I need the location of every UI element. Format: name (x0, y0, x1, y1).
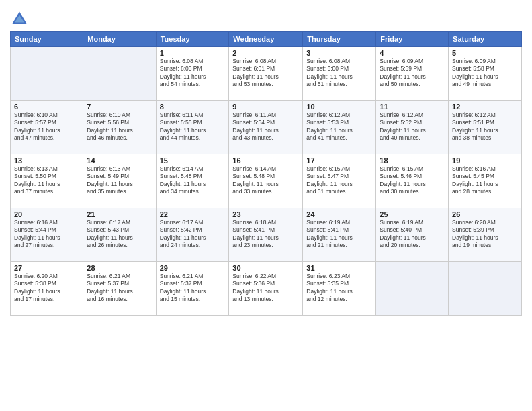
day-cell: 20Sunrise: 6:16 AMSunset: 5:44 PMDayligh… (11, 208, 83, 262)
day-cell: 28Sunrise: 6:21 AMSunset: 5:37 PMDayligh… (83, 262, 156, 316)
daylight-hours: Daylight: 11 hours (232, 234, 299, 242)
day-info: Sunrise: 6:16 AMSunset: 5:45 PMDaylight:… (452, 165, 518, 196)
sunrise-info: Sunrise: 6:11 AM (232, 111, 299, 119)
day-cell: 14Sunrise: 6:13 AMSunset: 5:49 PMDayligh… (83, 154, 156, 208)
day-info-cont: and 44 minutes. (160, 134, 226, 142)
sunset-info: Sunset: 5:41 PM (232, 226, 299, 234)
calendar: SundayMondayTuesdayWednesdayThursdayFrid… (10, 31, 522, 316)
day-info-cont: and 31 minutes. (306, 188, 372, 195)
daylight-hours: Daylight: 11 hours (452, 127, 518, 134)
daylight-hours: Daylight: 11 hours (232, 73, 299, 81)
day-cell: 27Sunrise: 6:20 AMSunset: 5:38 PMDayligh… (11, 262, 83, 316)
day-number: 30 (232, 264, 299, 272)
sunset-info: Sunset: 5:42 PM (160, 226, 226, 234)
day-info: Sunrise: 6:11 AMSunset: 5:54 PMDaylight:… (232, 111, 299, 142)
day-info: Sunrise: 6:21 AMSunset: 5:37 PMDaylight:… (87, 273, 152, 304)
day-number: 23 (232, 210, 299, 218)
sunrise-info: Sunrise: 6:17 AM (160, 219, 226, 226)
sunrise-info: Sunrise: 6:14 AM (160, 165, 226, 173)
day-info-cont: and 19 minutes. (452, 242, 518, 249)
day-cell: 12Sunrise: 6:12 AMSunset: 5:51 PMDayligh… (449, 101, 522, 154)
day-info: Sunrise: 6:08 AMSunset: 6:03 PMDaylight:… (160, 58, 226, 89)
sunset-info: Sunset: 5:51 PM (452, 119, 518, 126)
sunset-info: Sunset: 5:38 PM (14, 280, 79, 287)
logo (10, 9, 32, 28)
day-cell: 5Sunrise: 6:09 AMSunset: 5:58 PMDaylight… (449, 47, 522, 101)
daylight-hours: Daylight: 11 hours (380, 181, 445, 188)
day-cell: 8Sunrise: 6:11 AMSunset: 5:55 PMDaylight… (156, 101, 229, 154)
daylight-hours: Daylight: 11 hours (306, 234, 372, 242)
day-cell: 16Sunrise: 6:14 AMSunset: 5:48 PMDayligh… (229, 154, 303, 208)
day-number: 26 (452, 210, 518, 218)
daylight-hours: Daylight: 11 hours (232, 288, 299, 295)
day-number: 16 (232, 156, 299, 165)
daylight-hours: Daylight: 11 hours (380, 73, 445, 81)
daylight-hours: Daylight: 11 hours (14, 234, 79, 242)
day-info-cont: and 33 minutes. (232, 188, 299, 195)
daylight-hours: Daylight: 11 hours (452, 73, 518, 81)
daylight-hours: Daylight: 11 hours (452, 181, 518, 188)
day-info: Sunrise: 6:19 AMSunset: 5:40 PMDaylight:… (380, 219, 445, 250)
day-cell: 31Sunrise: 6:23 AMSunset: 5:35 PMDayligh… (303, 262, 376, 316)
day-number: 4 (380, 49, 445, 57)
day-info: Sunrise: 6:10 AMSunset: 5:57 PMDaylight:… (14, 111, 79, 142)
sunset-info: Sunset: 5:49 PM (87, 173, 152, 180)
day-info: Sunrise: 6:18 AMSunset: 5:41 PMDaylight:… (232, 219, 299, 250)
header-thursday: Thursday (303, 32, 376, 47)
daylight-hours: Daylight: 11 hours (87, 181, 152, 188)
sunset-info: Sunset: 6:01 PM (232, 65, 299, 73)
sunset-info: Sunset: 5:45 PM (452, 173, 518, 180)
daylight-hours: Daylight: 11 hours (14, 127, 79, 134)
daylight-hours: Daylight: 11 hours (452, 234, 518, 242)
sunset-info: Sunset: 5:37 PM (87, 280, 152, 287)
daylight-hours: Daylight: 11 hours (160, 73, 226, 81)
day-number: 22 (160, 210, 226, 218)
sunset-info: Sunset: 5:37 PM (160, 280, 226, 287)
day-number: 10 (306, 103, 372, 111)
sunrise-info: Sunrise: 6:22 AM (232, 273, 299, 280)
day-number: 28 (87, 264, 152, 272)
sunrise-info: Sunrise: 6:21 AM (87, 273, 152, 280)
day-cell: 29Sunrise: 6:21 AMSunset: 5:37 PMDayligh… (156, 262, 229, 316)
day-cell: 4Sunrise: 6:09 AMSunset: 5:59 PMDaylight… (376, 47, 449, 101)
sunrise-info: Sunrise: 6:12 AM (380, 111, 445, 119)
calendar-header-row: SundayMondayTuesdayWednesdayThursdayFrid… (11, 32, 522, 47)
sunrise-info: Sunrise: 6:19 AM (306, 219, 372, 226)
day-info: Sunrise: 6:20 AMSunset: 5:39 PMDaylight:… (452, 219, 518, 250)
daylight-hours: Daylight: 11 hours (87, 127, 152, 134)
day-cell: 26Sunrise: 6:20 AMSunset: 5:39 PMDayligh… (449, 208, 522, 262)
day-info: Sunrise: 6:12 AMSunset: 5:51 PMDaylight:… (452, 111, 518, 142)
day-cell: 10Sunrise: 6:12 AMSunset: 5:53 PMDayligh… (303, 101, 376, 154)
day-cell: 24Sunrise: 6:19 AMSunset: 5:41 PMDayligh… (303, 208, 376, 262)
day-number: 12 (452, 103, 518, 111)
day-info-cont: and 15 minutes. (160, 295, 226, 303)
day-cell: 17Sunrise: 6:15 AMSunset: 5:47 PMDayligh… (303, 154, 376, 208)
sunset-info: Sunset: 5:48 PM (160, 173, 226, 180)
daylight-hours: Daylight: 11 hours (380, 234, 445, 242)
header-tuesday: Tuesday (156, 32, 229, 47)
day-info: Sunrise: 6:19 AMSunset: 5:41 PMDaylight:… (306, 219, 372, 250)
day-info: Sunrise: 6:22 AMSunset: 5:36 PMDaylight:… (232, 273, 299, 304)
day-info: Sunrise: 6:17 AMSunset: 5:43 PMDaylight:… (87, 219, 152, 250)
sunset-info: Sunset: 5:41 PM (306, 226, 372, 234)
day-cell: 7Sunrise: 6:10 AMSunset: 5:56 PMDaylight… (83, 101, 156, 154)
day-number: 1 (160, 49, 226, 57)
sunset-info: Sunset: 6:03 PM (160, 65, 226, 73)
day-info-cont: and 12 minutes. (306, 295, 372, 303)
sunrise-info: Sunrise: 6:08 AM (160, 58, 226, 65)
sunrise-info: Sunrise: 6:14 AM (232, 165, 299, 173)
page-container: SundayMondayTuesdayWednesdayThursdayFrid… (0, 0, 532, 322)
day-info: Sunrise: 6:17 AMSunset: 5:42 PMDaylight:… (160, 219, 226, 250)
day-cell (11, 47, 83, 101)
daylight-hours: Daylight: 11 hours (14, 288, 79, 295)
day-info: Sunrise: 6:08 AMSunset: 6:00 PMDaylight:… (306, 58, 372, 89)
day-cell: 1Sunrise: 6:08 AMSunset: 6:03 PMDaylight… (156, 47, 229, 101)
day-number: 24 (306, 210, 372, 218)
sunrise-info: Sunrise: 6:15 AM (380, 165, 445, 173)
day-info: Sunrise: 6:12 AMSunset: 5:52 PMDaylight:… (380, 111, 445, 142)
sunrise-info: Sunrise: 6:15 AM (306, 165, 372, 173)
sunset-info: Sunset: 5:57 PM (14, 119, 79, 126)
daylight-hours: Daylight: 11 hours (232, 127, 299, 134)
week-row-2: 6Sunrise: 6:10 AMSunset: 5:57 PMDaylight… (11, 101, 522, 154)
day-info-cont: and 17 minutes. (14, 295, 79, 303)
